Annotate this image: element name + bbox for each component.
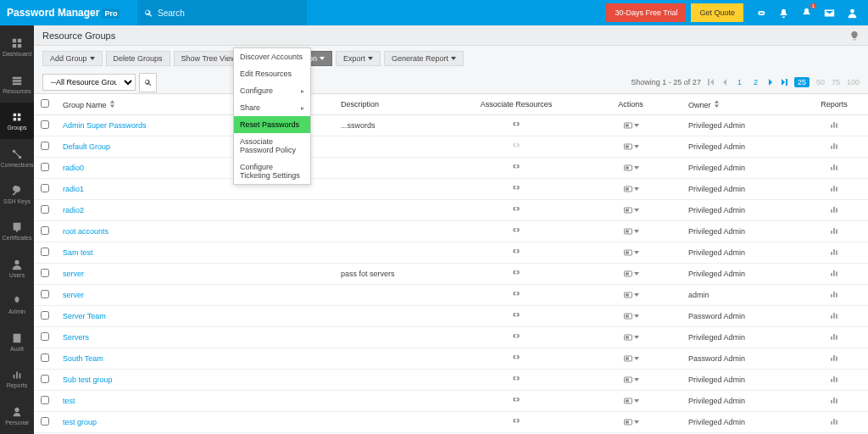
search-filter-button[interactable] <box>139 73 157 92</box>
row-checkbox[interactable] <box>41 353 49 362</box>
free-trial-button[interactable]: 30-Days Free Trial <box>606 3 686 22</box>
menu-item[interactable]: Associate Password Policy <box>234 133 310 159</box>
reports-icon[interactable] <box>829 268 839 278</box>
action-icon[interactable] <box>623 163 633 173</box>
export-button[interactable]: Export <box>336 51 381 66</box>
group-name-link[interactable]: test group <box>56 412 334 433</box>
row-checkbox[interactable] <box>41 332 49 341</box>
page-next-icon[interactable] <box>767 79 774 86</box>
reports-icon[interactable] <box>829 331 839 342</box>
associate-icon[interactable] <box>511 374 521 384</box>
row-checkbox[interactable] <box>41 120 49 129</box>
row-checkbox[interactable] <box>41 396 49 404</box>
associate-icon[interactable] <box>511 183 521 193</box>
associate-icon[interactable] <box>511 268 521 278</box>
reports-icon[interactable] <box>829 395 839 405</box>
action-icon[interactable] <box>623 396 633 406</box>
menu-item[interactable]: Reset Passwords <box>234 116 310 133</box>
add-group-button[interactable]: Add Group <box>42 51 103 66</box>
row-checkbox[interactable] <box>41 142 49 150</box>
menu-item[interactable]: Discover Accounts <box>234 48 310 65</box>
page-last-icon[interactable] <box>781 79 787 86</box>
associate-icon[interactable] <box>511 162 521 172</box>
pagesize-50[interactable]: 50 <box>816 78 825 86</box>
reports-icon[interactable] <box>829 374 839 384</box>
associate-icon[interactable] <box>511 225 521 236</box>
sidebar-item-resources[interactable]: Resources <box>0 65 34 102</box>
reports-icon[interactable] <box>829 416 839 426</box>
menu-item[interactable]: Share▸ <box>234 99 310 116</box>
sidebar-item-users[interactable]: Users <box>0 250 34 287</box>
pagesize-25[interactable]: 25 <box>794 77 810 87</box>
group-name-link[interactable]: radio2 <box>56 200 334 221</box>
sidebar-item-groups[interactable]: Groups <box>0 103 34 139</box>
group-name-link[interactable]: Server Team <box>56 306 334 327</box>
page-2[interactable]: 2 <box>751 76 760 88</box>
row-checkbox[interactable] <box>41 417 49 426</box>
action-icon[interactable] <box>623 248 633 258</box>
group-filter-select[interactable]: --All Resource Groups-- <box>42 74 136 91</box>
sidebar-item-admin[interactable]: Admin <box>0 287 34 323</box>
page-1[interactable]: 1 <box>735 76 744 88</box>
search-input[interactable] <box>158 8 300 18</box>
sidebar-item-certificates[interactable]: Certificates <box>0 213 34 249</box>
associate-icon[interactable] <box>511 310 521 320</box>
associate-icon[interactable] <box>511 416 521 426</box>
row-checkbox[interactable] <box>41 290 49 298</box>
col-owner[interactable]: Owner <box>682 94 800 115</box>
action-icon[interactable] <box>623 205 633 215</box>
pagesize-75[interactable]: 75 <box>832 78 840 86</box>
action-icon[interactable] <box>623 290 633 300</box>
menu-item[interactable]: Configure▸ <box>234 82 310 99</box>
reports-icon[interactable] <box>829 141 839 151</box>
alerts-icon[interactable] <box>801 7 812 18</box>
col-assoc[interactable]: Associate Resources <box>453 94 580 115</box>
action-icon[interactable] <box>623 311 633 321</box>
col-reports[interactable]: Reports <box>800 94 868 115</box>
group-name-link[interactable]: Servers <box>56 327 334 348</box>
row-checkbox[interactable] <box>41 226 49 235</box>
menu-item[interactable]: Configure Ticketing Settings <box>234 159 310 184</box>
group-name-link[interactable]: Sam test <box>56 242 334 264</box>
associate-icon[interactable] <box>511 204 521 214</box>
reports-icon[interactable] <box>829 162 839 172</box>
reports-icon[interactable] <box>829 204 839 214</box>
row-checkbox[interactable] <box>41 375 49 383</box>
associate-icon[interactable] <box>511 289 521 299</box>
associate-icon[interactable] <box>511 120 521 130</box>
group-name-link[interactable]: South Team <box>56 348 334 370</box>
user-icon[interactable] <box>847 8 858 19</box>
select-all-checkbox[interactable] <box>41 99 49 108</box>
search-box[interactable] <box>137 0 307 25</box>
pagesize-100[interactable]: 100 <box>847 78 860 86</box>
action-icon[interactable] <box>623 142 633 152</box>
row-checkbox[interactable] <box>41 184 49 192</box>
table-wrapper[interactable]: Group Name Description Associate Resourc… <box>34 93 868 434</box>
associate-icon[interactable] <box>511 353 521 363</box>
sidebar-item-dashboard[interactable]: Dashboard <box>0 29 34 65</box>
action-icon[interactable] <box>623 226 633 236</box>
help-bulb-icon[interactable] <box>849 31 860 41</box>
row-checkbox[interactable] <box>41 269 49 277</box>
reports-icon[interactable] <box>829 289 839 299</box>
reports-icon[interactable] <box>829 353 839 363</box>
reports-icon[interactable] <box>829 183 839 193</box>
action-icon[interactable] <box>623 332 633 342</box>
sidebar-item-sshkeys[interactable]: SSH Keys <box>0 176 34 213</box>
mail-icon[interactable] <box>824 8 835 19</box>
associate-icon[interactable] <box>511 395 521 405</box>
group-name-link[interactable]: server <box>56 285 334 306</box>
action-icon[interactable] <box>623 417 633 427</box>
report-button[interactable]: Generate Report <box>384 51 464 66</box>
reports-icon[interactable] <box>829 225 839 236</box>
action-icon[interactable] <box>623 184 633 194</box>
page-first-icon[interactable] <box>708 79 715 86</box>
action-icon[interactable] <box>623 375 633 385</box>
sidebar-item-reports[interactable]: Reports <box>0 360 34 397</box>
reports-icon[interactable] <box>829 120 839 130</box>
bell-icon[interactable] <box>778 8 789 19</box>
menu-item[interactable]: Edit Resources <box>234 65 310 82</box>
associate-icon[interactable] <box>511 247 521 257</box>
col-actions[interactable]: Actions <box>580 94 682 115</box>
reports-icon[interactable] <box>829 310 839 320</box>
